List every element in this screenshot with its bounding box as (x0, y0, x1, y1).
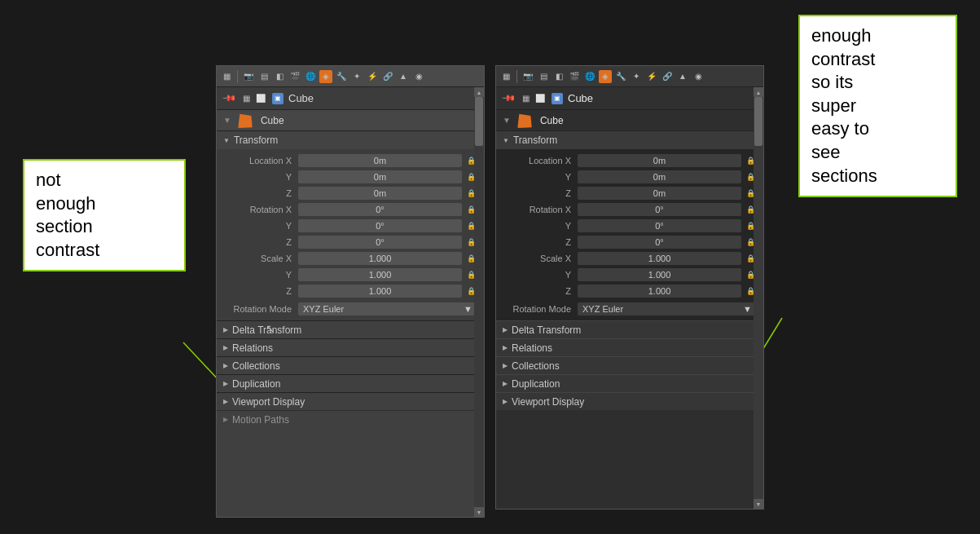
header-view-icon[interactable]: ▦ (240, 92, 253, 105)
rotation-z-field-left[interactable]: 0° (298, 236, 462, 249)
expand-arrow-right[interactable]: ▼ (503, 116, 511, 125)
output-icon-r[interactable]: ▤ (537, 70, 550, 83)
header-view-icon-r[interactable]: ▦ (519, 92, 532, 105)
scale-y-field-left[interactable]: 1.000 (298, 268, 462, 281)
duplication-right[interactable]: ▶ Duplication (496, 374, 763, 392)
data-icon-r[interactable]: ▲ (676, 70, 689, 83)
rotation-x-field-left[interactable]: 0° (298, 203, 462, 216)
panel-left-header: 📌 ▦ ⬜ ▣ Cube (217, 87, 484, 110)
physics-icon[interactable]: ⚡ (366, 70, 379, 83)
scale-x-field-left[interactable]: 1.000 (298, 252, 462, 265)
header-obj-icon[interactable]: ⬜ (254, 92, 267, 105)
shading-icon[interactable]: ◉ (412, 70, 425, 83)
scale-x-field-right[interactable]: 1.000 (578, 252, 741, 265)
object-icon-active-r[interactable]: ◈ (599, 70, 612, 83)
rotation-y-row-left: Y 0° 🔒 (217, 218, 484, 234)
render-icon[interactable]: 📷 (242, 70, 255, 83)
transform-section-right[interactable]: ▼ Transform (496, 131, 763, 149)
physics-icon-r[interactable]: ⚡ (645, 70, 658, 83)
view-layer-icon-r[interactable]: ◧ (552, 70, 565, 83)
rotation-z-field-right[interactable]: 0° (578, 236, 741, 249)
scroll-up-right[interactable]: ▲ (754, 87, 763, 97)
view-icon-r[interactable]: ▦ (499, 70, 512, 83)
location-x-label-right: Location X (496, 156, 578, 165)
modifier-icon[interactable]: 🔧 (335, 70, 348, 83)
rotation-y-field-right[interactable]: 0° (578, 219, 741, 232)
scale-z-field-right[interactable]: 1.000 (578, 285, 741, 298)
output-icon[interactable]: ▤ (257, 70, 270, 83)
pin-icon-left[interactable]: 📌 (221, 90, 236, 106)
scroll-track-right[interactable] (754, 97, 763, 499)
particles-icon[interactable]: ✦ (350, 70, 363, 83)
scene-icon[interactable]: 🎬 (288, 70, 301, 83)
object-name-left[interactable]: Cube (261, 115, 284, 126)
data-icon[interactable]: ▲ (397, 70, 410, 83)
world-icon[interactable]: 🌐 (304, 70, 317, 83)
rotation-mode-val-right: XYZ Euler (582, 304, 623, 314)
rotation-mode-select-left[interactable]: XYZ Euler ▼ (298, 302, 477, 316)
scale-x-row-right: Scale X 1.000 🔒 (496, 250, 763, 267)
viewport-display-right[interactable]: ▶ Viewport Display (496, 392, 763, 410)
rotation-y-field-left[interactable]: 0° (298, 219, 462, 232)
scroll-track-left[interactable] (474, 97, 484, 507)
location-z-field-right[interactable]: 0m (578, 187, 741, 200)
duplication-arrow-right: ▶ (503, 380, 508, 387)
expand-arrow-left[interactable]: ▼ (223, 116, 231, 125)
rotation-x-label-right: Rotation X (496, 205, 578, 214)
delta-transform-left[interactable]: ▶ Delta Transform (217, 320, 484, 338)
delta-arrow-right: ▶ (503, 326, 508, 333)
shading-icon-r[interactable]: ◉ (692, 70, 705, 83)
render-icon-r[interactable]: 📷 (521, 70, 534, 83)
scroll-down-left[interactable]: ▼ (474, 507, 484, 517)
panel-right-scrollbar[interactable]: ▲ ▼ (754, 87, 763, 509)
panel-right: ▦ 📷 ▤ ◧ 🎬 🌐 ◈ 🔧 ✦ ⚡ 🔗 ▲ ◉ 📌 ▦ ⬜ ▣ Cube ▼… (495, 65, 764, 510)
scale-z-field-left[interactable]: 1.000 (298, 285, 462, 298)
y-label-left: Y (217, 172, 298, 182)
world-icon-r[interactable]: 🌐 (583, 70, 596, 83)
rotation-mode-select-right[interactable]: XYZ Euler ▼ (578, 302, 757, 316)
motion-paths-left[interactable]: ▶ Motion Paths (217, 410, 484, 428)
header-obj-icon-r[interactable]: ⬜ (534, 92, 547, 105)
location-x-label-left: Location X (217, 156, 298, 165)
scroll-down-right[interactable]: ▼ (754, 499, 763, 509)
location-z-field-left[interactable]: 0m (298, 187, 462, 200)
viewport-display-left[interactable]: ▶ Viewport Display (217, 392, 484, 410)
duplication-left[interactable]: ▶ Duplication (217, 374, 484, 392)
location-y-field-left[interactable]: 0m (298, 170, 462, 183)
transform-section-left[interactable]: ▼ Transform (217, 131, 484, 149)
rotation-y-row-right: Y 0° 🔒 (496, 218, 763, 234)
sep1r (516, 70, 517, 83)
object-name-right[interactable]: Cube (540, 115, 564, 126)
rotation-mode-chevron-left: ▼ (464, 304, 472, 314)
pin-icon-right[interactable]: 📌 (500, 90, 516, 106)
view-icon[interactable]: ▦ (220, 70, 233, 83)
collections-right[interactable]: ▶ Collections (496, 356, 763, 374)
collections-left[interactable]: ▶ Collections (217, 356, 484, 374)
particles-icon-r[interactable]: ✦ (630, 70, 643, 83)
constraints-icon-r[interactable]: 🔗 (661, 70, 674, 83)
relations-label-right: Relations (512, 342, 552, 354)
location-x-field-right[interactable]: 0m (578, 154, 741, 167)
location-z-row-right: Z 0m 🔒 (496, 185, 763, 201)
relations-left[interactable]: ▶ Relations (217, 338, 484, 356)
location-z-row-left: Z 0m 🔒 (217, 185, 484, 201)
scale-y-field-right[interactable]: 1.000 (578, 268, 741, 281)
panel-right-title: Cube (568, 92, 593, 104)
relations-right[interactable]: ▶ Relations (496, 338, 763, 356)
delta-transform-right[interactable]: ▶ Delta Transform (496, 320, 763, 338)
location-y-field-right[interactable]: 0m (578, 170, 741, 183)
constraints-icon[interactable]: 🔗 (381, 70, 394, 83)
location-x-field-left[interactable]: 0m (298, 154, 462, 167)
motion-label-left: Motion Paths (232, 414, 289, 426)
modifier-icon-r[interactable]: 🔧 (614, 70, 627, 83)
scale-z-row-left: Z 1.000 🔒 (217, 283, 484, 299)
object-icon-active[interactable]: ◈ (319, 70, 332, 83)
view-layer-icon[interactable]: ◧ (273, 70, 286, 83)
panel-left-scrollbar[interactable]: ▲ ▼ (474, 87, 484, 517)
rotation-x-field-right[interactable]: 0° (578, 203, 741, 216)
scroll-thumb-right[interactable] (754, 97, 762, 146)
scene-icon-r[interactable]: 🎬 (568, 70, 581, 83)
scroll-up-left[interactable]: ▲ (474, 87, 484, 97)
scroll-thumb-left[interactable] (475, 97, 483, 146)
location-x-row-left: Location X 0m 🔒 (217, 152, 484, 169)
